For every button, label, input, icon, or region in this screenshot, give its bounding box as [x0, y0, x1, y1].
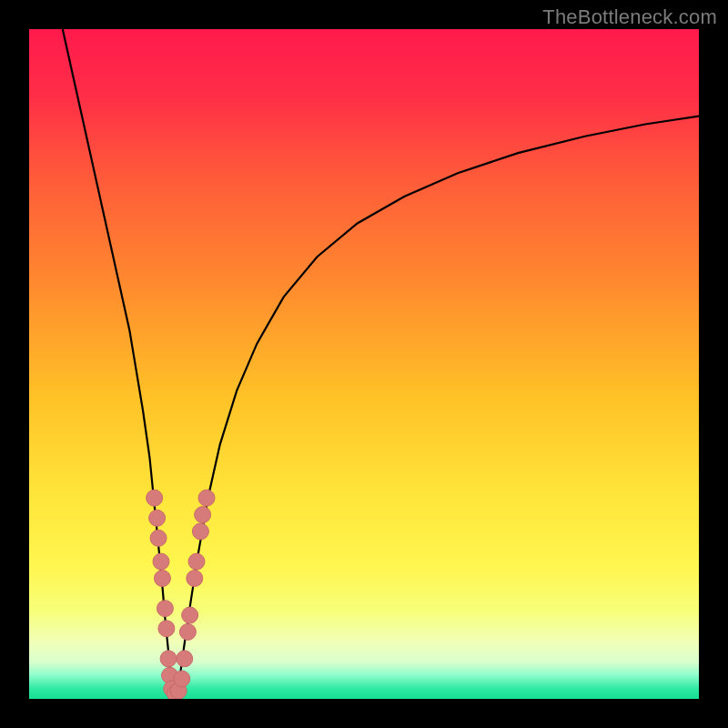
highlight-marker	[149, 510, 166, 526]
curve-right	[177, 116, 699, 696]
highlight-marker	[150, 530, 167, 546]
attribution-text: TheBottleneck.com	[542, 5, 717, 29]
highlight-marker	[147, 490, 163, 506]
outer-frame: TheBottleneck.com	[0, 0, 728, 728]
highlight-marker	[158, 621, 175, 637]
highlight-marker	[179, 623, 196, 640]
highlight-marker	[153, 553, 169, 570]
highlight-marker	[198, 490, 215, 506]
highlight-marker	[154, 571, 170, 587]
chart-svg	[29, 29, 699, 699]
highlight-marker	[188, 553, 205, 570]
plot-area	[29, 29, 699, 699]
highlight-marker	[195, 507, 211, 523]
curve-left	[63, 29, 174, 695]
highlight-marker	[182, 607, 198, 623]
highlight-marker	[187, 571, 203, 587]
highlight-marker	[192, 523, 208, 540]
highlight-marker	[157, 601, 173, 617]
highlight-marker	[177, 651, 193, 667]
highlight-marker	[174, 671, 190, 687]
highlight-marker	[160, 651, 177, 667]
